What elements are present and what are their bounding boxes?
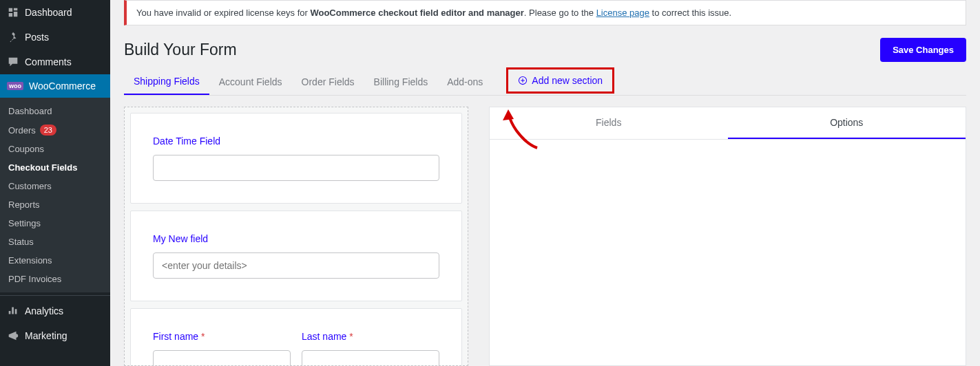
license-page-link[interactable]: License page: [596, 8, 649, 18]
pin-icon: [7, 31, 19, 43]
sub-status[interactable]: Status: [0, 233, 110, 251]
save-changes-button[interactable]: Save Changes: [880, 38, 966, 62]
add-section-label: Add new section: [532, 75, 603, 86]
datetime-input[interactable]: [153, 155, 439, 181]
content-area: Date Time Field My New field First name …: [124, 107, 966, 366]
sidebar-item-analytics[interactable]: Analytics: [0, 299, 110, 323]
comment-icon: [7, 56, 19, 68]
sub-checkout-fields[interactable]: Checkout Fields: [0, 158, 110, 177]
field-label: Last name *: [302, 331, 439, 342]
admin-sidebar: Dashboard Posts Comments woo WooCommerce…: [0, 0, 110, 366]
sidebar-posts-label: Posts: [25, 32, 49, 43]
firstname-input[interactable]: [153, 350, 291, 366]
field-label: Date Time Field: [153, 136, 439, 147]
tab-order-fields[interactable]: Order Fields: [292, 69, 364, 94]
sub-reports[interactable]: Reports: [0, 195, 110, 214]
tab-shipping-fields[interactable]: Shipping Fields: [124, 69, 209, 95]
add-new-section-button[interactable]: Add new section: [506, 67, 614, 94]
sub-dashboard[interactable]: Dashboard: [0, 102, 110, 120]
field-card-datetime[interactable]: Date Time Field: [130, 113, 462, 204]
right-tab-fields[interactable]: Fields: [490, 107, 728, 139]
dashboard-icon: [7, 6, 19, 19]
field-label: First name *: [153, 331, 291, 342]
right-tabs: Fields Options: [490, 107, 966, 140]
main-content: You have invalid or expired license keys…: [110, 0, 980, 366]
field-label: My New field: [153, 233, 439, 244]
sub-coupons[interactable]: Coupons: [0, 140, 110, 158]
analytics-icon: [7, 305, 19, 317]
sidebar-item-dashboard[interactable]: Dashboard: [0, 0, 110, 25]
sidebar-item-marketing[interactable]: Marketing: [0, 323, 110, 348]
sidebar-marketing-label: Marketing: [25, 330, 67, 341]
mynew-input[interactable]: [153, 252, 439, 279]
orders-count-badge: 23: [40, 125, 56, 136]
sidebar-woo-label: WooCommerce: [29, 80, 96, 92]
sidebar-analytics-label: Analytics: [25, 305, 63, 316]
tab-billing-fields[interactable]: Billing Fields: [364, 69, 438, 94]
sub-pdf-invoices[interactable]: PDF Invoices: [0, 270, 110, 288]
tabs-row: Shipping Fields Account Fields Order Fie…: [124, 69, 966, 96]
lastname-input[interactable]: [302, 350, 439, 366]
sub-settings[interactable]: Settings: [0, 214, 110, 233]
properties-panel: Fields Options: [489, 107, 966, 366]
sidebar-dashboard-label: Dashboard: [25, 7, 72, 18]
right-tab-options[interactable]: Options: [728, 107, 966, 139]
sidebar-divider: [0, 295, 110, 296]
field-card-name-row[interactable]: First name * Last name *: [130, 308, 462, 366]
license-notice: You have invalid or expired license keys…: [124, 0, 966, 25]
header-row: Build Your Form Save Changes: [124, 38, 966, 62]
sidebar-item-posts[interactable]: Posts: [0, 25, 110, 50]
tab-account-fields[interactable]: Account Fields: [209, 69, 292, 94]
sub-orders[interactable]: Orders 23: [0, 120, 110, 140]
sidebar-comments-label: Comments: [25, 56, 72, 67]
tab-addons[interactable]: Add-ons: [437, 69, 492, 94]
sub-extensions[interactable]: Extensions: [0, 251, 110, 270]
woocommerce-submenu: Dashboard Orders 23 Coupons Checkout Fie…: [0, 98, 110, 292]
form-builder-panel: Date Time Field My New field First name …: [124, 107, 468, 366]
marketing-icon: [7, 330, 19, 342]
sub-customers[interactable]: Customers: [0, 177, 110, 195]
woo-icon: woo: [7, 82, 23, 90]
field-card-mynew[interactable]: My New field: [130, 211, 462, 301]
sidebar-item-comments[interactable]: Comments: [0, 50, 110, 74]
page-title: Build Your Form: [124, 41, 237, 59]
sidebar-item-woocommerce[interactable]: woo WooCommerce: [0, 74, 110, 98]
plus-circle-icon: [518, 76, 528, 85]
